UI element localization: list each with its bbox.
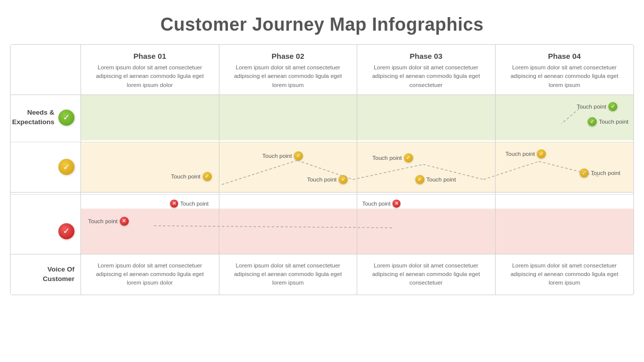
tp-label-y4b: Touch point [591,170,620,176]
page-title: Customer Journey Map Infographics [160,14,484,35]
touch-yellow-p1: Touch point ✓ [171,172,214,181]
tp-label-y1: Touch point [171,173,201,179]
touch-dot-green2: ✓ [588,117,597,126]
touch-yellow-p3-top: Touch point ✓ [372,153,415,162]
touch-label: Touch point [577,104,606,110]
row-green-label-cell: Needs &Expectations ✓ [11,95,81,140]
phase02-desc: Lorem ipsum dolor sit amet consectetuer … [227,63,349,89]
row-green-label: Needs &Expectations [12,108,54,127]
row-red-phase01: Touch point ✕ [81,209,219,254]
tp-dot-rp1: ✕ [120,217,129,226]
row-yellow-phase02: Touch point ✓ Touch point ✓ [219,142,358,192]
touch-dot-green: ✓ [608,102,617,111]
tp-label-y3t: Touch point [372,155,402,161]
touch-yellow-p3-bot: ✓ Touch point [413,175,456,184]
tp-label-r3: Touch point [362,201,390,207]
phase01-title: Phase 01 [89,52,211,60]
map-container: Phase 01 Lorem ipsum dolor sit amet cons… [10,44,634,295]
voc-label: Voice OfCustomer [43,265,74,284]
tp-label-r1: Touch point [180,201,208,207]
header-left-cell [11,45,81,95]
tp-label-y2b: Touch point [307,176,337,183]
row-red: ✓ Touch point ✕ [11,209,633,254]
tp-dot-r3: ✕ [392,200,400,208]
voc-cell-2: Lorem ipsum dolor sit amet consectetuer … [219,254,358,295]
header-cell-phase02: Phase 02 Lorem ipsum dolor sit amet cons… [219,45,358,95]
row-green-phase03 [357,95,496,140]
phase04-desc: Lorem ipsum dolor sit amet consectetuer … [504,63,626,89]
tp-label-y3b: Touch point [426,176,456,183]
touch-green-phase04-bot: ✓ Touch point [586,117,628,126]
row-yellow-phase01: Touch point ✓ [81,142,219,192]
row-green: Needs &Expectations ✓ Touch point ✓ ✓ To… [11,95,633,140]
row-yellow-phase04: Touch point ✓ ✓ Touch point [496,142,634,192]
tp-dot-y4b: ✓ [580,168,589,177]
touch-red-p1-inline: ✕ Touch point [168,200,208,208]
header-cell-phase03: Phase 03 Lorem ipsum dolor sit amet cons… [357,45,496,95]
row-yellow-label-cell: ✓ [11,142,81,192]
voc-cell-1: Lorem ipsum dolor sit amet consectetuer … [81,254,219,295]
row-yellow-icon: ✓ [58,159,74,175]
touch-red-p1: Touch point ✕ [88,217,131,226]
phase03-title: Phase 03 [365,52,487,60]
header-row: Phase 01 Lorem ipsum dolor sit amet cons… [11,45,633,95]
header-cell-phase04: Phase 04 Lorem ipsum dolor sit amet cons… [496,45,634,95]
tp-dot-y2t: ✓ [294,151,303,160]
phase01-desc: Lorem ipsum dolor sit amet consectetuer … [89,63,211,89]
phase02-title: Phase 02 [227,52,349,60]
voc-cell-3: Lorem ipsum dolor sit amet consectetuer … [357,254,496,295]
touch-yellow-p4-bot: ✓ Touch point [578,168,620,177]
voc-cell-4: Lorem ipsum dolor sit amet consectetuer … [496,254,634,295]
touch-green-phase04-top: Touch point ✓ [577,102,619,111]
row-red-phase04 [496,209,634,254]
row-green-phase04: Touch point ✓ ✓ Touch point [496,95,634,140]
tp-dot-y4t: ✓ [537,149,546,158]
tp-label-y4t: Touch point [506,151,535,157]
row-green-phase01 [81,95,219,140]
row-red-icon: ✓ [58,223,74,239]
tp-dot-y1: ✓ [203,172,212,181]
tp-label-y2t: Touch point [262,153,292,159]
phase04-title: Phase 04 [504,52,626,60]
touch-yellow-p2-bot: Touch point ✓ [307,175,350,184]
voc-label-cell: Voice OfCustomer [11,254,81,295]
touch-label2: Touch point [599,119,628,125]
row-yellow-phase03: Touch point ✓ ✓ Touch point [357,142,496,192]
row-red-phase02 [219,209,358,254]
phase03-desc: Lorem ipsum dolor sit amet consectetuer … [365,63,487,89]
bands-wrapper: Needs &Expectations ✓ Touch point ✓ ✓ To… [11,95,633,254]
row-red-phase03 [357,209,496,254]
row-red-label-cell: ✓ [11,209,81,254]
tp-dot-y3b: ✓ [415,175,424,184]
touch-yellow-p2-top: Touch point ✓ [262,151,305,160]
voc-row: Voice OfCustomer Lorem ipsum dolor sit a… [11,254,633,295]
row-green-icon: ✓ [58,110,74,126]
tp-dot-y2b: ✓ [339,175,348,184]
touch-yellow-p4-top: Touch point ✓ [506,149,548,158]
row-yellow: ✓ Touch point ✓ Touch point ✓ Touch poin… [11,142,633,193]
touch-red-p3-inline: Touch point ✕ [362,200,403,208]
tp-label-red-p1: Touch point [88,218,118,224]
tp-dot-r1: ✕ [170,200,178,208]
row-green-phase02 [219,95,358,140]
header-cell-phase01: Phase 01 Lorem ipsum dolor sit amet cons… [81,45,219,95]
tp-dot-y3t: ✓ [404,153,413,162]
